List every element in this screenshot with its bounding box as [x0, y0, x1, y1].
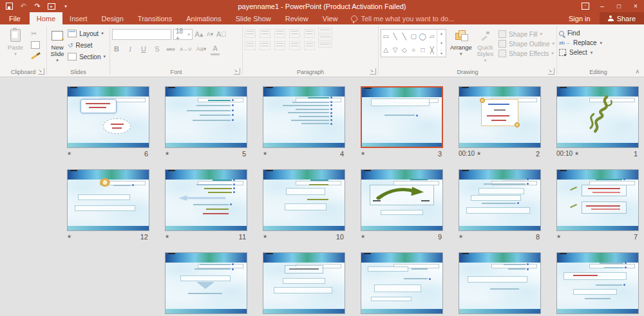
increase-font-size-icon[interactable]: A▴ — [194, 30, 204, 40]
tab-view[interactable]: View — [316, 12, 345, 24]
shape-rectangle-icon[interactable]: ▭ — [383, 33, 388, 40]
slide-thumbnail-4[interactable] — [263, 86, 345, 148]
slide-thumbnail-3[interactable] — [361, 86, 443, 148]
shape-circle-icon[interactable]: ◯ — [419, 33, 426, 40]
paragraph-format-icon[interactable] — [304, 41, 315, 50]
replace-button[interactable]: ab→Replace▾ — [559, 39, 602, 46]
save-icon[interactable] — [5, 3, 13, 10]
paragraph-format-icon[interactable] — [260, 41, 270, 50]
tab-slide-show[interactable]: Slide Show — [229, 12, 278, 24]
copy-icon[interactable] — [29, 40, 42, 50]
tab-insert[interactable]: Insert — [62, 12, 95, 24]
transition-star-icon[interactable]: ★ — [556, 234, 561, 239]
slide-thumbnail-6[interactable] — [67, 86, 149, 148]
paragraph-format-icon[interactable] — [304, 29, 315, 38]
drawing-dialog-launcher-icon[interactable]: ↘ — [548, 68, 554, 75]
section-button[interactable]: Section▾ — [66, 51, 108, 62]
paragraph-dialog-launcher-icon[interactable]: ↘ — [370, 68, 376, 75]
redo-icon[interactable]: ↷ — [33, 3, 41, 10]
slide-thumbnail-13[interactable] — [556, 252, 639, 314]
slide-thumbnail-14[interactable] — [459, 252, 541, 314]
paragraph-format-icon[interactable] — [245, 29, 256, 38]
transition-star-icon[interactable]: ★ — [574, 151, 579, 156]
bold-icon[interactable]: B — [112, 44, 121, 55]
transition-star-icon[interactable]: ★ — [459, 234, 463, 239]
text-layout-icon[interactable] — [318, 35, 332, 41]
layout-button[interactable]: Layout▾ — [66, 28, 108, 39]
select-button[interactable]: Select▾ — [559, 49, 602, 56]
cut-icon[interactable]: ✂ — [29, 28, 42, 39]
find-button[interactable]: Find — [559, 30, 602, 37]
slide-thumbnail-9[interactable] — [361, 169, 443, 231]
transition-star-icon[interactable]: ★ — [67, 234, 71, 239]
arrange-button[interactable]: Arrange▾ — [450, 26, 472, 57]
close-icon[interactable]: × — [627, 0, 644, 12]
quick-styles-button[interactable]: Quick Styles▾ — [476, 26, 495, 64]
collapse-ribbon-icon[interactable]: ∧ — [635, 68, 639, 75]
slide-thumbnail-15[interactable] — [361, 252, 443, 314]
shape-outline-button[interactable]: Shape Outline▾ — [498, 40, 554, 48]
transition-star-icon[interactable]: ★ — [67, 151, 71, 156]
customize-qat-dropdown-icon[interactable]: ▾ — [62, 3, 70, 10]
paragraph-format-icon[interactable] — [245, 41, 256, 50]
transition-star-icon[interactable]: ★ — [477, 151, 481, 156]
shape-line-icon[interactable]: ╲ — [393, 33, 397, 40]
strikethrough-icon[interactable]: abc — [166, 44, 175, 55]
tab-animations[interactable]: Animations — [179, 12, 228, 24]
slide-thumbnail-11[interactable] — [165, 169, 247, 231]
slide-thumbnail-10[interactable] — [263, 169, 345, 231]
slide-thumbnail-1[interactable] — [556, 86, 639, 148]
shape-oval-icon[interactable]: ○ — [412, 46, 415, 53]
shape-triangle-icon[interactable]: △ — [383, 46, 388, 53]
slide-thumbnail-5[interactable] — [165, 86, 247, 148]
restore-icon[interactable]: □ — [611, 0, 627, 12]
paste-button[interactable]: Paste▾ — [2, 26, 29, 57]
slide-thumbnail-16[interactable] — [263, 252, 345, 314]
clear-formatting-icon[interactable]: A⃠ — [216, 30, 227, 40]
text-layout-icon[interactable] — [318, 42, 332, 48]
tab-file[interactable]: File — [0, 12, 30, 24]
transition-star-icon[interactable]: ★ — [361, 151, 365, 156]
shape-box-icon[interactable]: □ — [421, 46, 424, 53]
slide-thumbnail-12[interactable] — [67, 169, 149, 231]
shape-square-icon[interactable]: ▢ — [410, 33, 416, 40]
change-case-icon[interactable]: Aa▾ — [196, 44, 207, 55]
sign-in-button[interactable]: Sign in — [560, 12, 600, 24]
shape-diamond-icon[interactable]: ◇ — [402, 46, 407, 53]
tab-design[interactable]: Design — [95, 12, 131, 24]
tab-home[interactable]: Home — [30, 12, 62, 24]
text-layout-icon[interactable] — [318, 28, 332, 33]
text-shadow-icon[interactable]: S — [153, 44, 162, 55]
character-spacing-icon[interactable]: A↔V — [180, 44, 192, 55]
start-slideshow-icon[interactable]: ▸ — [48, 3, 55, 10]
font-color-icon[interactable]: A — [211, 43, 220, 55]
slide-thumbnail-8[interactable] — [459, 169, 541, 231]
paragraph-format-icon[interactable] — [260, 29, 270, 38]
slide-thumbnail-7[interactable] — [556, 169, 639, 231]
transition-star-icon[interactable]: ★ — [165, 234, 169, 239]
shape-line-arrow-icon[interactable]: ╲ — [402, 33, 406, 40]
shape-effects-button[interactable]: Shape Effects▾ — [498, 50, 554, 57]
tab-review[interactable]: Review — [278, 12, 316, 24]
shapes-gallery-scroll[interactable]: ▴▾▾ — [437, 30, 446, 57]
shape-fill-button[interactable]: Shape Fill▾ — [498, 30, 554, 38]
clipboard-dialog-launcher-icon[interactable]: ↘ — [38, 68, 44, 75]
paragraph-format-icon[interactable] — [274, 41, 285, 50]
tell-me-box[interactable]: Tell me what you want to do... — [345, 12, 460, 24]
slide-thumbnail-17[interactable] — [165, 252, 247, 314]
transition-star-icon[interactable]: ★ — [263, 151, 267, 156]
underline-icon[interactable]: U — [139, 44, 148, 55]
ribbon-display-options-icon[interactable]: ˆ — [577, 0, 594, 12]
format-painter-icon[interactable] — [29, 51, 42, 62]
font-size-combobox[interactable]: 18 +▾ — [173, 29, 193, 40]
transition-star-icon[interactable]: ★ — [361, 234, 365, 239]
new-slide-button[interactable]: New Slide▾ — [49, 26, 66, 64]
shape-triangle-down-icon[interactable]: ▽ — [393, 46, 398, 53]
transition-star-icon[interactable]: ★ — [263, 234, 267, 239]
reset-button[interactable]: ↺Reset — [66, 40, 108, 50]
paragraph-format-icon[interactable] — [289, 41, 300, 50]
shape-cross-icon[interactable]: ╳ — [430, 46, 434, 53]
undo-icon[interactable]: ↶ — [19, 3, 27, 10]
slide-sorter-canvas[interactable]: ★6★5★4★300:10★200:10★1★12★11★10★9★8★7★17… — [0, 77, 644, 316]
paragraph-format-icon[interactable] — [289, 29, 300, 38]
